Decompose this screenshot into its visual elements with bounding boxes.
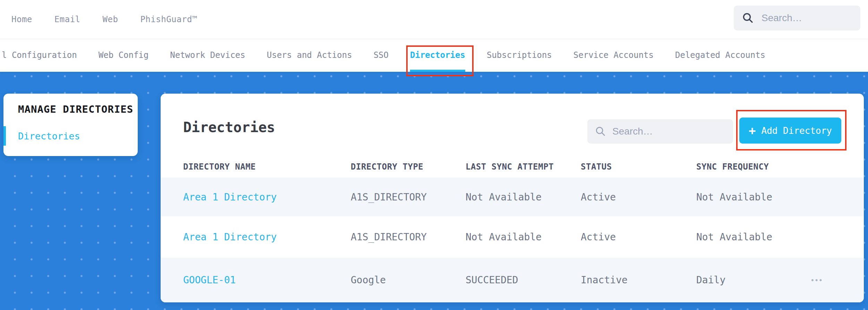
tab-users-and-actions[interactable]: Users and Actions xyxy=(267,39,352,72)
directories-search xyxy=(587,119,733,144)
table-row: GOOGLE-01 Google SUCCEEDED Inactive Dail… xyxy=(161,258,864,302)
ellipsis-menu-icon[interactable]: ••• xyxy=(811,276,823,285)
directory-type-cell: Google xyxy=(351,274,466,286)
table-row: Area 1 Directory A1S_DIRECTORY Not Avail… xyxy=(161,216,864,258)
tab-directories[interactable]: Directories xyxy=(410,39,465,72)
nav-item-web[interactable]: Web xyxy=(103,15,118,24)
top-header: Home Email Web PhishGuard™ xyxy=(0,0,868,39)
last-sync-cell: Not Available xyxy=(466,231,581,243)
add-directory-label: Add Directory xyxy=(761,126,832,136)
tab-subscriptions[interactable]: Subscriptions xyxy=(487,39,552,72)
sync-frequency-cell: Not Available xyxy=(696,231,814,243)
table-row: Area 1 Directory A1S_DIRECTORY Not Avail… xyxy=(161,178,864,216)
global-search-input[interactable] xyxy=(761,12,852,24)
directory-name-link[interactable]: Area 1 Directory xyxy=(183,231,351,243)
directories-panel: Directories + Add Directory DIRECTORY NA… xyxy=(161,94,864,302)
primary-nav: Home Email Web PhishGuard™ xyxy=(0,15,197,24)
sidebar-item-label: Directories xyxy=(18,131,80,141)
tab-delegated-accounts[interactable]: Delegated Accounts xyxy=(675,39,765,72)
column-header-directory-type: DIRECTORY TYPE xyxy=(351,162,466,172)
nav-item-phishguard[interactable]: PhishGuard™ xyxy=(140,15,197,24)
directories-table: DIRECTORY NAME DIRECTORY TYPE LAST SYNC … xyxy=(161,156,864,302)
nav-item-home[interactable]: Home xyxy=(11,15,32,24)
sidebar-item-directories[interactable]: Directories xyxy=(3,126,138,146)
tab-network-devices[interactable]: Network Devices xyxy=(170,39,245,72)
status-cell: Active xyxy=(581,231,696,243)
add-directory-button[interactable]: + Add Directory xyxy=(739,118,841,144)
table-header-row: DIRECTORY NAME DIRECTORY TYPE LAST SYNC … xyxy=(161,156,864,178)
plus-icon: + xyxy=(749,125,756,137)
nav-item-email[interactable]: Email xyxy=(54,15,80,24)
app-screen: Home Email Web PhishGuard™ l Configurati… xyxy=(0,0,868,310)
sidebar-title: MANAGE DIRECTORIES xyxy=(18,103,133,115)
directory-name-link[interactable]: GOOGLE-01 xyxy=(183,274,351,286)
search-icon xyxy=(742,12,754,24)
directory-type-cell: A1S_DIRECTORY xyxy=(351,191,466,203)
tab-web-config[interactable]: Web Config xyxy=(99,39,149,72)
status-cell: Active xyxy=(581,191,696,203)
settings-tabbar: l Configuration Web Config Network Devic… xyxy=(0,39,868,72)
manage-directories-card: MANAGE DIRECTORIES Directories xyxy=(3,94,138,156)
tab-sso[interactable]: SSO xyxy=(374,39,389,72)
column-header-directory-name: DIRECTORY NAME xyxy=(183,162,351,172)
directory-name-link[interactable]: Area 1 Directory xyxy=(183,191,351,203)
tab-email-configuration[interactable]: l Configuration xyxy=(2,39,77,72)
settings-tabs: l Configuration Web Config Network Devic… xyxy=(2,39,868,72)
directories-search-input[interactable] xyxy=(612,126,725,137)
last-sync-cell: Not Available xyxy=(466,191,581,203)
search-icon xyxy=(595,126,606,137)
page-title: Directories xyxy=(183,119,275,135)
active-item-indicator xyxy=(3,126,6,146)
last-sync-cell: SUCCEEDED xyxy=(466,274,581,286)
column-header-status: STATUS xyxy=(581,162,696,172)
sync-frequency-cell: Not Available xyxy=(696,191,814,203)
status-cell: Inactive xyxy=(581,274,696,286)
sync-frequency-cell: Daily xyxy=(696,274,814,286)
tab-service-accounts[interactable]: Service Accounts xyxy=(573,39,654,72)
directory-type-cell: A1S_DIRECTORY xyxy=(351,231,466,243)
global-search xyxy=(734,6,860,31)
column-header-last-sync-attempt: LAST SYNC ATTEMPT xyxy=(466,162,581,172)
column-header-sync-frequency: SYNC FREQUENCY xyxy=(696,162,814,172)
